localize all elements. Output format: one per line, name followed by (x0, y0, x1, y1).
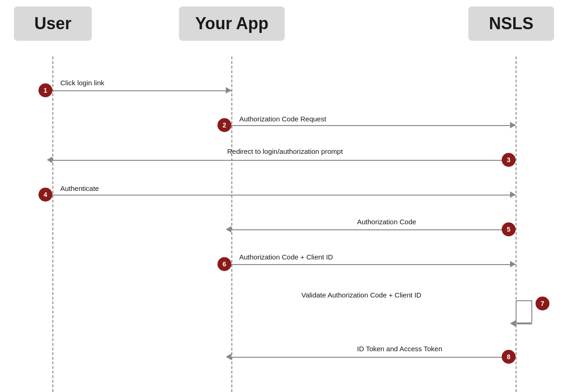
step-6-arrowhead (510, 261, 516, 267)
sequence-diagram: User Your App NSLS 1 Click login link 2 … (0, 0, 568, 392)
step-5-circle: 5 (502, 222, 516, 236)
step-3-label: Redirect to login/authorization prompt (227, 147, 343, 155)
step-6-circle: 6 (217, 257, 231, 271)
step-3-arrowhead (47, 157, 52, 163)
lifeline-user (52, 57, 53, 392)
step-8-label: ID Token and Access Token (357, 345, 442, 353)
step-7-label: Validate Authorization Code + Client ID (301, 291, 421, 299)
actor-yourapp: Your App (179, 6, 285, 41)
step-7-circle: 7 (536, 297, 549, 310)
step-5-label: Authorization Code (357, 218, 416, 226)
actor-nsls: NSLS (468, 6, 554, 41)
step-2-arrowhead (510, 122, 516, 128)
step-7-self-box (516, 300, 532, 323)
step-8-circle: 8 (502, 350, 516, 364)
step-4-label: Authenticate (60, 184, 99, 192)
step-4-circle: 4 (38, 188, 52, 202)
step-1-arrow (52, 90, 231, 91)
step-2-circle: 2 (217, 118, 231, 132)
actor-user: User (14, 6, 92, 41)
step-8-arrowhead (226, 354, 231, 360)
step-1-label: Click login link (60, 79, 104, 87)
step-8-arrow (231, 357, 516, 358)
step-3-circle: 3 (502, 153, 516, 167)
step-6-arrow (231, 264, 516, 265)
step-3-arrow (52, 160, 516, 161)
step-5-arrowhead (226, 226, 231, 233)
step-2-arrow (231, 125, 516, 126)
step-1-arrowhead (226, 87, 231, 94)
step-7-arrowhead (510, 320, 516, 327)
step-6-label: Authorization Code + Client ID (239, 253, 333, 261)
step-7-arrow-top (516, 300, 532, 301)
step-4-arrow (52, 195, 516, 196)
step-2-label: Authorization Code Request (239, 115, 326, 123)
step-1-circle: 1 (38, 83, 52, 97)
step-5-arrow (231, 229, 516, 230)
step-7-arrow-bottom (516, 323, 532, 324)
lifeline-yourapp (231, 57, 232, 392)
step-4-arrowhead (510, 191, 516, 198)
lifeline-nsls (516, 57, 517, 392)
